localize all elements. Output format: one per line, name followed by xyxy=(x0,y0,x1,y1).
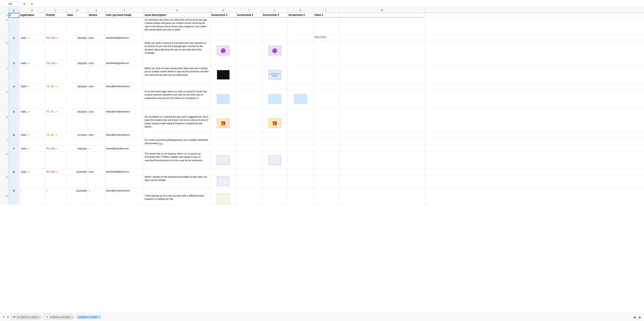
cell-D-row8[interactable]: 2/12/2024 xyxy=(66,169,88,175)
cell-A3[interactable] xyxy=(8,41,19,60)
cell-B8[interactable] xyxy=(19,152,45,169)
cell-A7[interactable] xyxy=(8,138,19,145)
cell-M-row9[interactable] xyxy=(339,188,425,194)
cell-H-row9[interactable] xyxy=(210,188,236,194)
cell-L-row3[interactable] xyxy=(314,60,339,66)
cell-L-row2[interactable]: https://drive xyxy=(314,35,339,41)
cell-I2[interactable] xyxy=(236,18,262,35)
cell-G7[interactable]: For online merchant polling/syncing; new… xyxy=(144,138,210,145)
cell-A-row6[interactable]: 6 xyxy=(8,132,19,138)
dropdown-arrow[interactable]: ▾ xyxy=(57,148,58,150)
cell-M3[interactable] xyxy=(339,41,425,60)
cell-M9[interactable] xyxy=(339,175,425,188)
cell-C3[interactable] xyxy=(45,41,66,60)
cell-A-row9[interactable]: 9 xyxy=(8,188,19,194)
cell-A8[interactable] xyxy=(8,152,19,169)
cell-D7[interactable] xyxy=(66,138,88,145)
cell-M10[interactable] xyxy=(339,194,425,204)
dropdown-arrow[interactable]: ▾ xyxy=(28,62,30,64)
cell-E9[interactable] xyxy=(88,175,105,188)
cell-C4[interactable] xyxy=(45,66,66,83)
cell-L-row6[interactable] xyxy=(314,132,339,138)
cell-J8[interactable] xyxy=(262,152,288,169)
cell-H4[interactable] xyxy=(210,66,236,83)
cell-F10[interactable] xyxy=(105,194,144,204)
cell-K1[interactable]: Screenshot 4 xyxy=(288,13,314,17)
col-header-K[interactable]: K xyxy=(288,8,314,13)
cell-J7[interactable] xyxy=(262,138,288,145)
tab-dropdown-1[interactable]: ▾ xyxy=(39,316,40,318)
cell-M-row8[interactable] xyxy=(339,169,425,175)
cell-J3[interactable]: 🟣 xyxy=(262,41,288,60)
cell-D2[interactable] xyxy=(66,18,88,35)
cell-J-row6[interactable] xyxy=(262,132,288,138)
cell-B3[interactable] xyxy=(19,41,45,60)
dropdown-arrow[interactable]: ▾ xyxy=(56,62,58,64)
cell-H5[interactable] xyxy=(210,89,236,109)
cell-H-row3[interactable] xyxy=(210,60,236,66)
cell-I-row8[interactable] xyxy=(236,169,262,175)
cell-M-row4[interactable] xyxy=(339,83,425,89)
cell-I3[interactable] xyxy=(236,41,262,60)
dropdown-arrow[interactable]: ▾ xyxy=(28,171,30,173)
cell-F-row2[interactable]: derickfrias8@gmail.com xyxy=(105,35,144,41)
scroll-right-arrow[interactable]: ▶ xyxy=(638,315,642,319)
cell-C-row8[interactable]: P1 - Cri... ▾ xyxy=(45,169,66,175)
cell-D-row2[interactable]: 2/5/2024 xyxy=(66,35,88,41)
cell-E-row8[interactable]: iOS ▾ xyxy=(88,169,105,175)
cell-F8[interactable] xyxy=(105,152,144,169)
cell-A6[interactable] xyxy=(8,115,19,132)
cell-C2[interactable] xyxy=(45,18,66,35)
cell-E-row6[interactable]: iOS ▾ xyxy=(88,132,105,138)
cell-B1[interactable]: Application xyxy=(19,13,45,17)
col-header-I[interactable]: I xyxy=(236,8,262,13)
col-header-D[interactable]: D xyxy=(66,8,88,13)
cell-A4[interactable] xyxy=(8,66,19,83)
cell-E2[interactable] xyxy=(88,18,105,35)
cell-I6[interactable] xyxy=(236,115,262,132)
cell-C9[interactable] xyxy=(45,175,66,188)
add-tab-button[interactable]: + xyxy=(2,315,6,319)
cell-G3[interactable]: When you add or remove a merchant from y… xyxy=(144,41,210,60)
cell-A9[interactable] xyxy=(8,175,19,188)
cell-K-row6[interactable] xyxy=(288,132,314,138)
cell-G-row6[interactable] xyxy=(144,132,210,138)
cell-H3[interactable]: 🟣 xyxy=(210,41,236,60)
dropdown-arrow[interactable]: ▾ xyxy=(89,148,90,150)
cell-I-row5[interactable] xyxy=(236,109,262,115)
tab-4-2023-to-10-2023[interactable]: 4 4-2023 to 10-2023 ▾ xyxy=(43,314,75,320)
cell-F-row7[interactable]: serene@luckydiem.com xyxy=(105,146,144,151)
dropdown-arrow[interactable]: ▾ xyxy=(57,171,58,173)
tab-2-2024-to-4-2024[interactable]: 2-2024 to 4-2024 ▾ xyxy=(76,315,102,319)
cell-K3[interactable] xyxy=(288,41,314,60)
cell-B-row3[interactable]: Luck... ▾ xyxy=(19,60,45,66)
cell-D4[interactable] xyxy=(66,66,88,83)
cell-I1[interactable]: Screenshot 2 xyxy=(236,13,262,17)
cell-I-row6[interactable] xyxy=(236,132,262,138)
cell-G9[interactable]: When I clicked on the merchant groundflo… xyxy=(144,175,210,188)
cell-A-row5[interactable]: 5 xyxy=(8,109,19,115)
cell-K9[interactable] xyxy=(288,175,314,188)
dropdown-arrow[interactable]: ▾ xyxy=(94,37,94,39)
cell-B-row9[interactable]: ▾ xyxy=(19,188,45,194)
cell-H-row8[interactable] xyxy=(210,169,236,175)
cell-K-row9[interactable] xyxy=(288,188,314,194)
cell-B4[interactable] xyxy=(19,66,45,83)
cell-C-row9[interactable]: ▾ xyxy=(45,188,66,194)
cell-K-row2[interactable] xyxy=(288,35,314,41)
cell-B2[interactable] xyxy=(19,18,45,35)
cell-K5[interactable] xyxy=(288,89,314,109)
cell-C-row7[interactable]: P1 - Cri... ▾ xyxy=(45,146,66,151)
cell-H-row7[interactable] xyxy=(210,146,236,151)
tab-dropdown-3[interactable]: ▾ xyxy=(98,316,100,318)
cell-E1[interactable]: Device xyxy=(88,13,105,17)
cell-L6[interactable] xyxy=(314,115,339,132)
cell-I-row9[interactable] xyxy=(236,188,262,194)
cell-G4[interactable]: When you click on easy canva prints shop… xyxy=(144,66,210,83)
cell-G5[interactable]: From the home page when you click on sea… xyxy=(144,89,210,109)
cell-D-row7[interactable]: 2/9/2024 xyxy=(66,146,88,151)
cell-A-row2[interactable]: 2 xyxy=(8,35,19,41)
here-link[interactable]: here xyxy=(158,142,163,145)
cell-M-row7[interactable] xyxy=(339,146,425,151)
cell-reference-box[interactable] xyxy=(2,1,19,6)
